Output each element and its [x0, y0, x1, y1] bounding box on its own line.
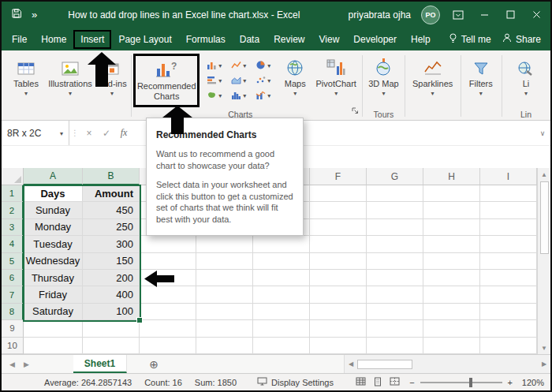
select-all-corner[interactable]: [2, 168, 24, 185]
cell[interactable]: [367, 236, 423, 252]
cell[interactable]: [310, 253, 367, 270]
cell[interactable]: [423, 270, 480, 286]
normal-view-button[interactable]: [356, 377, 366, 387]
cell[interactable]: [140, 286, 196, 303]
formula-enter-button[interactable]: ✓: [98, 121, 115, 145]
cell[interactable]: [140, 338, 196, 354]
insert-line-chart-button[interactable]: ▾: [226, 58, 251, 73]
cell[interactable]: [196, 320, 253, 337]
row-header-6[interactable]: 6: [2, 270, 24, 286]
row-header-8[interactable]: 8: [2, 304, 24, 320]
row-header-7[interactable]: 7: [2, 286, 24, 303]
cell-B5[interactable]: 150: [83, 253, 140, 270]
ribbon-display-options-icon[interactable]: [450, 6, 466, 24]
cell-B9[interactable]: [83, 320, 140, 337]
scroll-up-button[interactable]: ▲: [541, 168, 547, 181]
display-settings-button[interactable]: Display Settings: [257, 377, 334, 387]
tell-me-button[interactable]: Tell me: [449, 33, 491, 46]
tab-page-layout[interactable]: Page Layout: [111, 31, 178, 48]
cell[interactable]: [140, 304, 196, 320]
name-box[interactable]: 8R x 2C ▾: [2, 121, 69, 145]
cell[interactable]: [423, 219, 480, 236]
cell-A3[interactable]: Monday: [24, 219, 83, 236]
tab-developer[interactable]: Developer: [346, 31, 404, 48]
cell[interactable]: [253, 286, 310, 303]
cell[interactable]: [423, 202, 480, 218]
insert-combo-chart-button[interactable]: ▾: [251, 88, 275, 103]
cell-A9[interactable]: [24, 320, 83, 337]
cell[interactable]: [367, 219, 423, 236]
row-header-5[interactable]: 5: [2, 253, 24, 270]
cell[interactable]: [310, 320, 367, 337]
cell[interactable]: [310, 185, 367, 202]
tab-review[interactable]: Review: [267, 31, 311, 48]
cell[interactable]: [310, 202, 367, 218]
cell[interactable]: [367, 304, 423, 320]
cell[interactable]: [367, 286, 423, 303]
vertical-scrollbar[interactable]: ▲ ▼: [537, 168, 550, 354]
cell[interactable]: [480, 320, 537, 337]
3d-map-button[interactable]: 3D Map ▾: [364, 54, 402, 99]
tab-insert[interactable]: Insert: [73, 30, 111, 49]
tables-button[interactable]: Tables ▾: [7, 54, 45, 99]
cell-A1-active[interactable]: Days: [24, 185, 83, 202]
horizontal-scroll-thumb[interactable]: [357, 360, 412, 369]
cell[interactable]: [253, 304, 310, 320]
cell-A2[interactable]: Sunday: [24, 202, 83, 218]
minimize-button[interactable]: [476, 6, 492, 24]
cell[interactable]: [310, 286, 367, 303]
page-break-view-button[interactable]: [390, 377, 400, 387]
cell[interactable]: [196, 253, 253, 270]
charts-dialog-launcher[interactable]: [352, 103, 359, 118]
cell-B1[interactable]: Amount: [83, 185, 140, 202]
cell[interactable]: [253, 236, 310, 252]
cell-A7[interactable]: Friday: [24, 286, 83, 303]
cell[interactable]: [480, 185, 537, 202]
sheet-nav-right-button[interactable]: ▶: [24, 360, 29, 368]
qat-more-button[interactable]: »: [32, 9, 36, 21]
save-icon[interactable]: [11, 8, 22, 22]
maps-button[interactable]: Maps ▾: [278, 54, 312, 99]
cell[interactable]: [423, 320, 480, 337]
row-header-2[interactable]: 2: [2, 202, 24, 218]
tab-view[interactable]: View: [312, 31, 347, 48]
row-header-10[interactable]: 10: [2, 338, 24, 354]
expand-formula-bar-button[interactable]: ∨: [535, 121, 550, 145]
column-header-H[interactable]: H: [423, 168, 480, 185]
zoom-level[interactable]: 120%: [516, 378, 544, 387]
cell[interactable]: [140, 320, 196, 337]
cell[interactable]: [310, 236, 367, 252]
cell[interactable]: [480, 219, 537, 236]
tab-home[interactable]: Home: [34, 31, 73, 48]
cell[interactable]: [423, 304, 480, 320]
insert-area-chart-button[interactable]: ▾: [226, 73, 251, 88]
cell[interactable]: [480, 286, 537, 303]
filters-button[interactable]: Filters ▾: [463, 54, 499, 99]
zoom-out-button[interactable]: −: [409, 378, 414, 387]
close-button[interactable]: [528, 6, 544, 24]
zoom-slider[interactable]: [420, 382, 502, 383]
scroll-down-button[interactable]: ▼: [541, 342, 547, 354]
zoom-in-button[interactable]: +: [508, 378, 513, 387]
formula-bar-splitter[interactable]: ⋮: [69, 121, 80, 145]
insert-histogram-chart-button[interactable]: ▾: [226, 88, 251, 103]
cell[interactable]: [423, 253, 480, 270]
row-header-4[interactable]: 4: [2, 236, 24, 252]
row-header-9[interactable]: 9: [2, 320, 24, 337]
maximize-button[interactable]: [502, 6, 518, 24]
cell-A6[interactable]: Thursday: [24, 270, 83, 286]
cell-B7[interactable]: 400: [83, 286, 140, 303]
cell[interactable]: [253, 320, 310, 337]
cell[interactable]: [196, 338, 253, 354]
cell[interactable]: [480, 236, 537, 252]
cell[interactable]: [423, 185, 480, 202]
recommended-charts-button[interactable]: ? Recommended Charts: [133, 54, 200, 107]
column-header-A[interactable]: A: [24, 168, 83, 185]
cell[interactable]: [367, 320, 423, 337]
share-button[interactable]: Share: [502, 33, 541, 45]
tab-data[interactable]: Data: [233, 31, 267, 48]
cell[interactable]: [480, 304, 537, 320]
links-button[interactable]: Li ▾: [504, 54, 548, 99]
cell-B10[interactable]: [83, 338, 140, 354]
insert-bar-chart-button[interactable]: ▾: [202, 73, 226, 88]
